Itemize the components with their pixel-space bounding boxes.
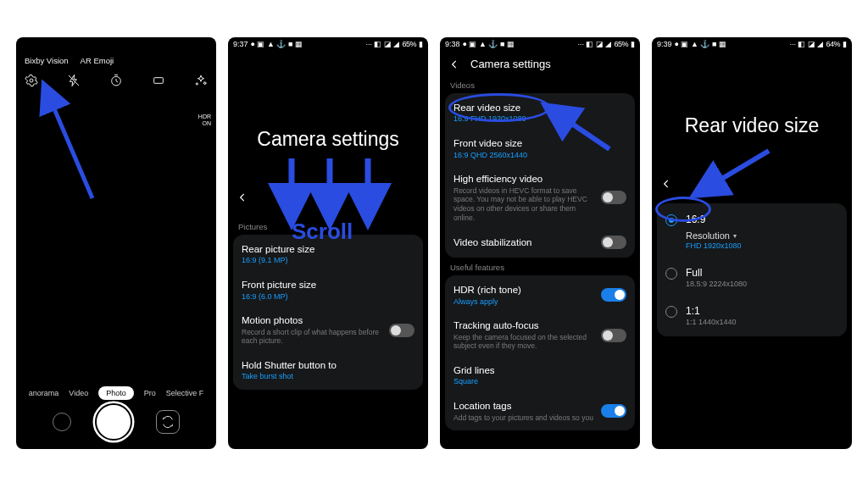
page-title: Rear video size <box>662 114 842 137</box>
radio-selected-icon[interactable] <box>665 214 677 226</box>
camera-settings-top-screen: 9:37● ▣ ▲ ⚓ ■ ▦ ··· ◧ ◪ ◢65%▮ Camera set… <box>228 37 428 449</box>
gallery-thumbnail[interactable] <box>53 413 71 431</box>
ratio-1-1-row[interactable]: 1:1 1:1 1440x1440 <box>657 297 847 335</box>
hdr-toggle[interactable] <box>601 288 626 302</box>
video-stabilization-row[interactable]: Video stabilization <box>445 229 635 256</box>
useful-card: HDR (rich tone) Always apply Tracking au… <box>445 275 635 430</box>
flash-icon[interactable] <box>67 74 81 87</box>
radio-icon[interactable] <box>665 306 677 318</box>
status-bar: 9:37● ▣ ▲ ⚓ ■ ▦ ··· ◧ ◪ ◢65%▮ <box>228 37 428 51</box>
front-picture-size-row[interactable]: Front picture size 16:9 (6.0 MP) <box>233 272 423 308</box>
hdr-row[interactable]: HDR (rich tone) Always apply <box>445 277 635 313</box>
settings-header: Rear video size <box>652 51 852 203</box>
rear-video-size-row[interactable]: Rear video size 16:9 FHD 1920x1080 <box>445 95 635 130</box>
status-bar: 9:39● ▣ ▲ ⚓ ■ ▦ ··· ◧ ◪ ◢64%▮ <box>652 37 852 51</box>
stabilization-toggle[interactable] <box>601 236 626 249</box>
dropdown-triangle-icon[interactable]: ▾ <box>733 232 737 240</box>
back-button[interactable] <box>660 178 672 190</box>
videos-card: Rear video size 16:9 FHD 1920x1080 Front… <box>445 93 635 258</box>
grid-lines-row[interactable]: Grid lines Square <box>445 358 635 393</box>
filters-icon[interactable] <box>194 74 208 87</box>
pictures-card: Rear picture size 16:9 (9.1 MP) Front pi… <box>233 235 423 390</box>
annotation-scroll-label: Scroll <box>292 219 353 245</box>
switch-camera-button[interactable] <box>156 410 180 434</box>
page-title: Camera settings <box>238 128 418 151</box>
shutter-row <box>16 403 216 441</box>
mode-pro[interactable]: Pro <box>144 389 156 397</box>
camera-mode-strip[interactable]: anorama Video Photo Pro Selective F <box>16 386 216 400</box>
svg-line-4 <box>48 95 92 198</box>
ratio-16-9-row[interactable]: 16:9 Resolution ▾ FHD 1920x1080 <box>657 205 847 258</box>
settings-gear-icon[interactable] <box>25 74 38 87</box>
svg-point-0 <box>30 79 33 82</box>
bixby-vision-link[interactable]: Bixby Vision <box>25 56 69 65</box>
mode-video[interactable]: Video <box>69 389 88 397</box>
status-bar <box>16 37 216 51</box>
front-video-size-row[interactable]: Front video size 16:9 QHD 2560x1440 <box>445 130 635 166</box>
high-efficiency-video-row[interactable]: High efficiency video Record videos in H… <box>445 166 635 229</box>
svg-rect-3 <box>154 78 164 84</box>
rear-video-size-screen: 9:39● ▣ ▲ ⚓ ■ ▦ ··· ◧ ◪ ◢64%▮ Rear video… <box>652 37 852 449</box>
status-bar: 9:38● ▣ ▲ ⚓ ■ ▦ ··· ◧ ◪ ◢65%▮ <box>440 37 640 51</box>
section-useful: Useful features <box>440 258 640 275</box>
mode-selective[interactable]: Selective F <box>166 389 204 397</box>
motion-photos-row[interactable]: Motion photos Record a short clip of wha… <box>233 308 423 352</box>
settings-header: Camera settings <box>440 51 640 75</box>
section-videos: Videos <box>440 75 640 93</box>
motion-photos-toggle[interactable] <box>389 324 415 337</box>
mode-panorama[interactable]: anorama <box>29 389 59 397</box>
ar-emoji-link[interactable]: AR Emoji <box>81 56 114 65</box>
hold-shutter-row[interactable]: Hold Shutter button to Take burst shot <box>233 352 423 388</box>
shutter-button[interactable] <box>95 403 132 441</box>
back-button[interactable] <box>448 58 460 70</box>
camera-toolbar <box>16 69 216 96</box>
tracking-toggle[interactable] <box>601 329 626 342</box>
mode-photo-active[interactable]: Photo <box>98 386 134 400</box>
location-toggle[interactable] <box>601 404 626 418</box>
annotation-arrow-to-gear <box>42 88 101 208</box>
camera-settings-videos-screen: 9:38● ▣ ▲ ⚓ ■ ▦ ··· ◧ ◪ ◢65%▮ Camera set… <box>440 37 640 449</box>
timer-icon[interactable] <box>109 74 123 87</box>
camera-viewfinder-screen: Bixby Vision AR Emoji HDR ON a <box>16 37 216 449</box>
ratio-card: 16:9 Resolution ▾ FHD 1920x1080 Full 18.… <box>657 203 847 336</box>
radio-icon[interactable] <box>665 268 677 280</box>
tracking-autofocus-row[interactable]: Tracking auto-focus Keep the camera focu… <box>445 313 635 358</box>
page-title: Camera settings <box>470 58 551 70</box>
tutorial-board: Bixby Vision AR Emoji HDR ON a <box>0 0 868 488</box>
ratio-full-row[interactable]: Full 18.5:9 2224x1080 <box>657 258 847 297</box>
back-button[interactable] <box>236 191 248 203</box>
hevc-toggle[interactable] <box>601 191 626 204</box>
resolution-label[interactable]: Resolution <box>686 230 730 241</box>
camera-top-links: Bixby Vision AR Emoji <box>16 51 216 69</box>
aspect-ratio-icon[interactable] <box>152 74 165 87</box>
hdr-indicator: HDR ON <box>198 114 211 127</box>
settings-header: Camera settings <box>228 51 428 217</box>
location-tags-row[interactable]: Location tags Add tags to your pictures … <box>445 393 635 429</box>
